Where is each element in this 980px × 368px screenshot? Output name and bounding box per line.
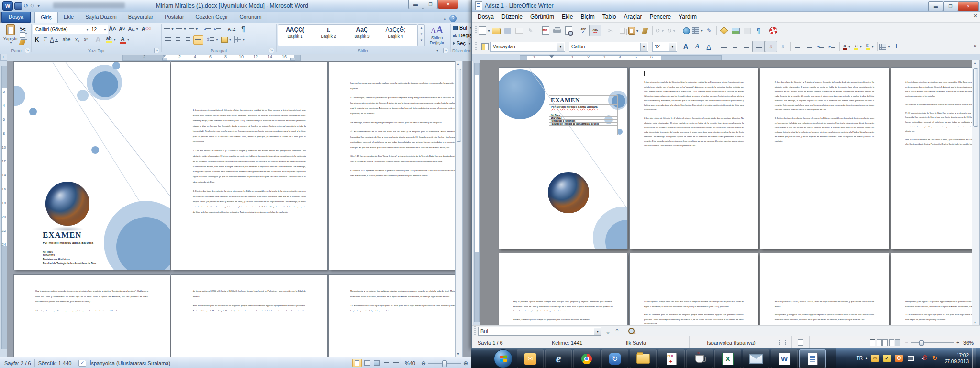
left-indent-marker[interactable]	[162, 58, 167, 61]
word-zoom-level[interactable]: %40	[405, 360, 415, 366]
word-zoom-slider[interactable]: ⊖ ⊕	[421, 360, 468, 367]
writer-zoom-slider[interactable]: − +	[905, 339, 959, 346]
toolbar-grip[interactable]	[475, 26, 477, 35]
shrink-font-icon[interactable]: A˅	[117, 24, 127, 33]
styles-gallery-scroll[interactable]: ▲▼▼	[418, 24, 425, 46]
copy-icon[interactable]	[20, 32, 25, 38]
font-color-icon[interactable]: A▼	[119, 35, 131, 44]
writer-menu-3[interactable]: Ekle	[558, 12, 577, 22]
styles-dialog-launcher-icon[interactable]: ↘	[443, 48, 448, 53]
taskbar-excel-icon[interactable]: X	[714, 349, 741, 368]
taskbar-java-icon[interactable]: ≈	[686, 349, 713, 368]
word-close-button[interactable]: ✕	[438, 0, 458, 9]
scroll-up-icon[interactable]: ▲	[457, 62, 460, 66]
scroll-down-icon[interactable]: ▼	[973, 321, 977, 324]
word-page-5[interactable]: de la era patriarcal (2250 aC) hasta el …	[171, 275, 327, 357]
justify-icon[interactable]	[193, 35, 203, 45]
bullet-list-icon[interactable]	[803, 41, 815, 52]
email-document-icon[interactable]	[513, 25, 525, 36]
paragraph-spacing-icon[interactable]: ⇩	[777, 41, 789, 52]
tray-sync-icon[interactable]: ↻	[931, 355, 939, 362]
cut-icon[interactable]: ✂	[605, 25, 616, 36]
writer-menu-2[interactable]: Görünüm	[526, 12, 558, 22]
format-painter-icon[interactable]	[19, 40, 26, 45]
book-view-icon[interactable]	[889, 339, 900, 346]
borders-icon[interactable]: ▼	[234, 35, 245, 44]
table-icon[interactable]: ▼	[879, 41, 891, 52]
writer-page-5[interactable]: Hoy lo podemos aplicar teniendo siempre …	[499, 253, 627, 325]
taskbar-internet-explorer-icon[interactable]: e	[545, 349, 572, 368]
draft-view-icon[interactable]	[391, 359, 400, 367]
single-page-view-icon[interactable]	[870, 339, 875, 346]
font-name-combobox[interactable]: Calibri (Gövde)▼	[33, 25, 90, 34]
subscript-icon[interactable]: x₂	[73, 35, 81, 44]
style-heading2[interactable]: I.Başlık 2	[312, 25, 345, 46]
word-status-words[interactable]: Sözcük: 1.440	[38, 360, 72, 366]
taskbar-windows-explorer-icon[interactable]	[630, 349, 657, 368]
writer-status-pagestyle[interactable]: İlk Sayfa	[620, 336, 690, 349]
page-preview-icon[interactable]	[563, 25, 574, 36]
word-minimize-button[interactable]: ▬	[408, 0, 423, 9]
word-page-1-cover[interactable]: EXAMEN Por Miriam Miralles Santa-Bárbara…	[14, 62, 170, 270]
auto-spellcheck-icon[interactable]: ABC~~	[589, 25, 601, 36]
paste-icon[interactable]: ▼	[628, 25, 639, 36]
writer-close-button[interactable]: ✕	[958, 1, 979, 11]
find-button[interactable]: Bul▼	[453, 25, 473, 31]
scroll-up-icon[interactable]: ▲	[973, 61, 977, 65]
word-page-4[interactable]: Hoy lo podemos aplicar teniendo siempre …	[14, 275, 170, 357]
shading-icon[interactable]: ▼	[221, 35, 232, 44]
direct-cursor-icon[interactable]: I	[891, 41, 902, 52]
web-layout-view-icon[interactable]	[372, 359, 381, 367]
formatting-marks-icon[interactable]: ¶	[753, 25, 764, 36]
taskbar-libreoffice-writer-icon[interactable]	[799, 349, 826, 368]
pano-dialog-launcher-icon[interactable]: ↘	[25, 48, 30, 53]
highlight-color-icon[interactable]: ab▼	[105, 35, 117, 44]
network-icon[interactable]	[907, 355, 915, 362]
first-line-indent-marker[interactable]	[162, 55, 166, 57]
word-tab-7[interactable]: Görünüm	[234, 12, 267, 22]
undo-icon[interactable]: ↺▼	[654, 25, 666, 36]
tray-mail-icon[interactable]: ✉	[871, 355, 879, 362]
tray-language[interactable]: TR	[857, 356, 863, 361]
word-tab-2[interactable]: Ekle	[58, 12, 79, 22]
scroll-down-icon[interactable]: ▼	[457, 352, 460, 356]
print-icon[interactable]	[551, 25, 563, 36]
print-layout-view-icon[interactable]	[352, 359, 362, 367]
start-button[interactable]	[494, 349, 512, 368]
redo-icon[interactable]: ↻	[30, 2, 34, 9]
toolbar-grip[interactable]	[474, 326, 476, 336]
decrease-indent-icon[interactable]: ◂	[202, 25, 212, 33]
writer-page-2[interactable]: 1. Los primeros tres capítulos de Génesi…	[630, 68, 758, 249]
toolbar-grip[interactable]	[475, 42, 477, 51]
hanging-paragraph-icon[interactable]: ⇩	[765, 41, 777, 52]
writer-zoom-thumb[interactable]	[919, 340, 924, 346]
style-heading4[interactable]: AaÇçĞ;Başlık 4	[379, 25, 412, 46]
taskbar-sync-icon[interactable]: ↻	[601, 349, 628, 368]
toolbar-overflow-icon[interactable]: »	[974, 43, 977, 48]
writer-zoom-level[interactable]: 36%	[963, 340, 974, 345]
multi-page-view-icon[interactable]	[877, 339, 888, 346]
new-document-icon[interactable]: ▼	[479, 25, 490, 36]
paste-button[interactable]: Yapıştır ▼	[3, 24, 18, 46]
increase-indent-icon[interactable]: ▸	[213, 25, 223, 33]
align-right-icon[interactable]	[741, 41, 752, 52]
fullscreen-view-icon[interactable]	[363, 359, 371, 367]
font-size-combobox[interactable]: 12▼	[89, 25, 108, 34]
style-heading1[interactable]: AAÇÇ(Başlık 1	[278, 25, 312, 46]
grow-font-icon[interactable]: A˄	[108, 24, 117, 33]
select-button[interactable]: Seç▼	[453, 40, 471, 46]
taskbar-adobe-reader-icon[interactable]: PDF✦	[658, 349, 685, 368]
zoom-slider-thumb[interactable]	[442, 360, 447, 367]
word-status-page[interactable]: Sayfa: 2 / 6	[4, 360, 31, 366]
writer-page-7[interactable]: de la era patriarcal (2250 aC) hasta el …	[760, 253, 889, 325]
writer-status-words[interactable]: Kelime: 1441	[546, 336, 620, 349]
numbering-icon[interactable]: ▼	[176, 25, 187, 33]
word-status-language[interactable]: İspanyolca (Uluslararası Sıralama)	[89, 360, 170, 366]
writer-status-page[interactable]: Sayfa 1 / 6	[472, 336, 546, 349]
word-tab-0[interactable]: Dosya	[1, 12, 31, 23]
writer-menu-0[interactable]: Dosya	[474, 12, 498, 22]
writer-page-6[interactable]: La otra hipótesis, aunque anota una fech…	[630, 253, 758, 325]
tab-selector[interactable]: L	[0, 54, 7, 61]
word-tab-3[interactable]: Sayfa Düzeni	[79, 12, 122, 22]
indent-marker[interactable]	[549, 55, 554, 58]
